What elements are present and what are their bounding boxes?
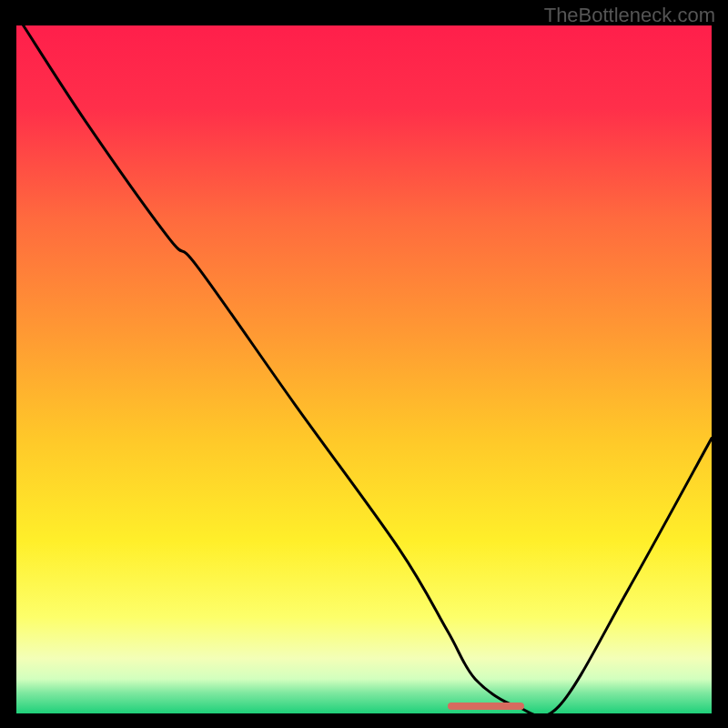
optimal-range-marker bbox=[448, 703, 524, 710]
svg-rect-0 bbox=[16, 25, 712, 713]
gradient-background bbox=[16, 25, 712, 713]
watermark-text: TheBottleneck.com bbox=[544, 4, 715, 27]
plot-frame bbox=[16, 25, 712, 713]
